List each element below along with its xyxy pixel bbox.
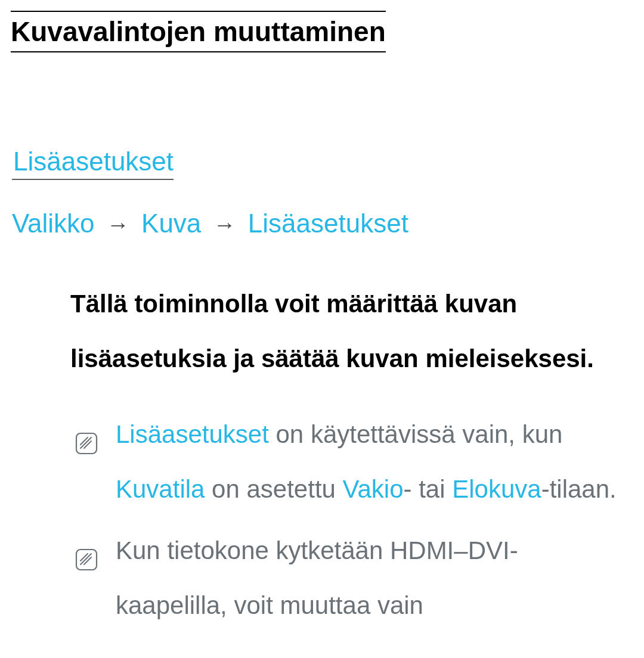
note-highlight: Vakio (343, 475, 404, 503)
note-highlight: Lisäasetukset (116, 420, 269, 448)
body-paragraph: Tällä toiminnolla voit määrittää kuvan l… (11, 277, 632, 387)
note-icon (75, 419, 98, 442)
note-item: Kun tietokone kytketään HDMI–DVI-kaapeli… (75, 523, 620, 634)
svg-rect-1 (76, 550, 97, 570)
note-text: - tai (404, 475, 453, 503)
svg-rect-0 (76, 433, 97, 454)
arrow-icon: → (209, 212, 241, 237)
breadcrumb-item-valikko: Valikko (12, 209, 95, 238)
breadcrumb-item-kuva: Kuva (141, 209, 201, 238)
note-text: on käytettävissä vain, kun (269, 420, 563, 448)
arrow-icon: → (102, 212, 134, 237)
breadcrumb-item-lisaasetukset: Lisäasetukset (248, 209, 408, 238)
note-text: -tilaan. (541, 475, 617, 503)
note-highlight: Kuvatila (116, 475, 205, 503)
note-item: Lisäasetukset on käytettävissä vain, kun… (75, 407, 620, 517)
page-title: Kuvavalintojen muuttaminen (11, 11, 386, 52)
note-text: on asetettu (205, 475, 342, 503)
note-list: Lisäasetukset on käytettävissä vain, kun… (11, 407, 632, 634)
note-highlight: Elokuva (452, 475, 541, 503)
note-text: Kun tietokone kytketään HDMI–DVI-kaapeli… (116, 536, 518, 619)
note-icon (75, 535, 98, 558)
breadcrumb: Valikko → Kuva → Lisäasetukset (11, 209, 632, 238)
section-heading: Lisäasetukset (12, 147, 174, 180)
